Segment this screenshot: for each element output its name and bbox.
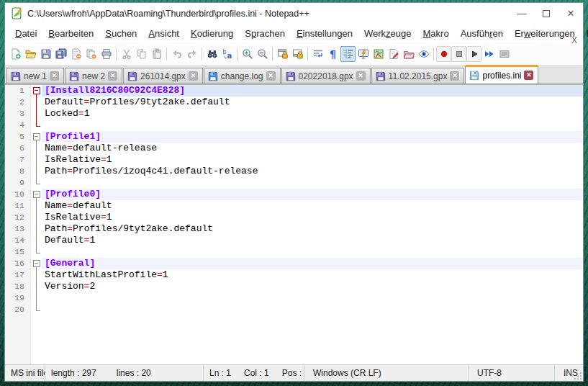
- editor-line: 14Default=1: [5, 235, 583, 246]
- menu-datei[interactable]: Datei: [9, 26, 42, 41]
- save-all-icon[interactable]: [53, 46, 68, 62]
- code-text[interactable]: [Profile0]: [42, 189, 583, 200]
- status-metrics: length : 297 lines : 20: [45, 365, 204, 381]
- replace-icon[interactable]: ba: [220, 46, 235, 62]
- tab-new-1[interactable]: new 1 ✕: [6, 68, 64, 84]
- code-text[interactable]: Version=2: [42, 281, 583, 292]
- close-file-icon[interactable]: [68, 46, 83, 62]
- document-switcher-icon[interactable]: [401, 46, 416, 62]
- menu-einstellungen[interactable]: Einstellungen: [291, 26, 358, 41]
- zoom-out-icon[interactable]: [255, 46, 270, 62]
- ini-key: Default: [45, 235, 84, 246]
- close-button[interactable]: ✕: [558, 3, 583, 24]
- line-number: 7: [5, 154, 31, 166]
- fold-toggle-icon[interactable]: [31, 85, 42, 96]
- new-file-icon[interactable]: [8, 46, 23, 62]
- code-text[interactable]: Path=Profiles/9tyt2ake.default: [42, 223, 583, 235]
- code-text[interactable]: [General]: [42, 258, 583, 269]
- minimize-button[interactable]: —: [510, 3, 534, 24]
- code-text[interactable]: [42, 246, 583, 258]
- tab-close-icon[interactable]: ✕: [450, 71, 459, 81]
- code-text[interactable]: IsRelative=1: [42, 154, 583, 166]
- function-list-icon[interactable]: [386, 46, 401, 62]
- code-text[interactable]: Name=default-release: [42, 143, 583, 154]
- code-text[interactable]: [Install8216C80C92C4E828]: [42, 85, 583, 96]
- editor-empty-area[interactable]: [5, 315, 583, 364]
- user-defined-language-icon[interactable]: [356, 46, 371, 62]
- code-text[interactable]: Name=default: [42, 200, 583, 212]
- menu-sprachen[interactable]: Sprachen: [239, 26, 291, 41]
- word-wrap-icon[interactable]: [310, 46, 325, 62]
- tab-261014-gpx[interactable]: 261014.gpx ✕: [123, 68, 203, 84]
- maximize-button[interactable]: [534, 3, 558, 24]
- find-icon[interactable]: [204, 46, 220, 62]
- status-eol-format[interactable]: Windows (CR LF): [304, 365, 469, 381]
- code-text[interactable]: [42, 304, 583, 315]
- resize-grip[interactable]: [574, 372, 582, 380]
- tab-close-icon[interactable]: ✕: [356, 71, 366, 81]
- line-number: 4: [5, 120, 31, 131]
- fold-toggle-icon[interactable]: [31, 258, 42, 269]
- print-icon[interactable]: [99, 46, 114, 62]
- save-file-icon[interactable]: [38, 46, 53, 62]
- macro-play-icon[interactable]: [466, 46, 481, 62]
- file-monitoring-icon[interactable]: [416, 46, 431, 62]
- tab-close-icon[interactable]: ✕: [524, 71, 533, 80]
- macro-run-multiple-icon[interactable]: [481, 46, 497, 62]
- copy-icon: [134, 46, 149, 62]
- fold-toggle-icon[interactable]: [31, 131, 42, 143]
- macro-record-icon[interactable]: [436, 46, 451, 62]
- tab-11-02-2015-gpx[interactable]: 11.02.2015.gpx ✕: [371, 68, 465, 84]
- tab-close-icon[interactable]: ✕: [189, 71, 198, 81]
- menu-werkzeuge[interactable]: Werkzeuge: [358, 26, 417, 41]
- tab-change-log[interactable]: change.log ✕: [204, 68, 281, 84]
- show-all-characters-icon[interactable]: ¶: [325, 46, 340, 62]
- tab-close-icon[interactable]: ✕: [108, 71, 117, 81]
- code-text[interactable]: [Profile1]: [42, 131, 583, 143]
- sync-vertical-scroll-icon[interactable]: [275, 46, 290, 62]
- paste-icon: [149, 46, 164, 62]
- menu-suchen[interactable]: Suchen: [99, 26, 143, 41]
- code-text[interactable]: IsRelative=1: [42, 212, 583, 223]
- fold-toggle-icon[interactable]: [31, 189, 42, 200]
- close-document-x[interactable]: X: [571, 35, 577, 45]
- menu-kodierung[interactable]: Kodierung: [185, 26, 239, 41]
- title-bar[interactable]: C:\Users\wfroh\AppData\Roaming\Thunderbi…: [5, 3, 583, 24]
- status-lines: lines : 20: [117, 368, 151, 378]
- document-map-icon[interactable]: [371, 46, 386, 62]
- zoom-in-icon[interactable]: [240, 46, 255, 62]
- tab-bar: new 1 ✕ new 2 ✕ 261014.gpx ✕ change.log …: [5, 65, 583, 84]
- editor-pane[interactable]: 1[Install8216C80C92C4E828]2Default=Profi…: [5, 84, 583, 364]
- code-text[interactable]: Locked=1: [42, 108, 583, 120]
- tab-label: profiles.ini: [482, 71, 521, 81]
- tab-close-icon[interactable]: ✕: [50, 71, 59, 81]
- open-file-icon[interactable]: [23, 46, 38, 62]
- code-text[interactable]: StartWithLastProfile=1: [42, 269, 583, 281]
- tab-02022018-gpx[interactable]: 02022018.gpx ✕: [281, 68, 371, 84]
- menu-ansicht[interactable]: Ansicht: [143, 26, 185, 41]
- menu-ausfuehren[interactable]: Ausführen: [455, 26, 509, 41]
- code-text[interactable]: [42, 292, 583, 304]
- fold-guide: [31, 120, 42, 131]
- menu-fenster[interactable]: Fenster: [581, 26, 588, 41]
- close-all-icon[interactable]: [83, 46, 99, 62]
- code-text[interactable]: Default=Profiles/9tyt2ake.default: [42, 96, 583, 108]
- editor-line: 12IsRelative=1: [5, 212, 583, 223]
- sync-horizontal-scroll-icon[interactable]: [290, 46, 305, 62]
- tab-close-icon[interactable]: ✕: [266, 71, 276, 81]
- menu-makro[interactable]: Makro: [417, 26, 455, 41]
- code-text[interactable]: [42, 120, 583, 131]
- code-text[interactable]: Default=1: [42, 235, 583, 246]
- menu-bearbeiten[interactable]: Bearbeiten: [42, 26, 99, 41]
- show-indent-guide-icon[interactable]: [340, 46, 356, 62]
- code-filler[interactable]: [42, 315, 583, 364]
- line-number: 14: [5, 235, 31, 246]
- status-encoding[interactable]: UTF-8: [469, 365, 555, 381]
- tab-new-2[interactable]: new 2 ✕: [65, 68, 122, 84]
- saved-file-icon: [11, 71, 21, 81]
- tab-profiles-ini[interactable]: profiles.ini ✕: [465, 65, 538, 84]
- status-pos: Pos : 1: [282, 368, 304, 378]
- code-text[interactable]: Path=Profiles/izoq4c4i.default-release: [42, 166, 583, 177]
- code-text[interactable]: [42, 177, 583, 189]
- menu-erweiterungen[interactable]: Erweiterungen: [509, 26, 581, 41]
